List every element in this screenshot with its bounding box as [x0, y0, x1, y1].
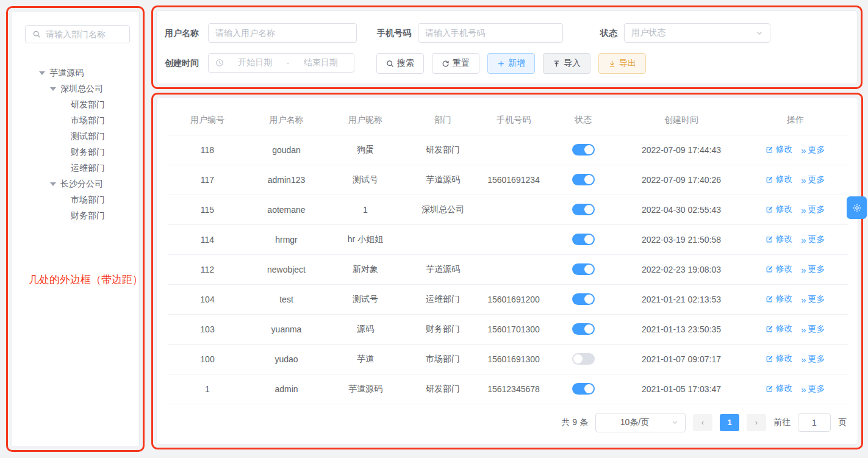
more-link-label: 更多 [808, 145, 825, 156]
double-chevron-right-icon: » [801, 235, 805, 245]
reset-button-label: 重置 [453, 58, 470, 69]
more-link[interactable]: » 更多 [801, 354, 825, 365]
cell-mobile [481, 224, 547, 254]
edit-link[interactable]: 修改 [766, 383, 792, 394]
edit-link[interactable]: 修改 [766, 323, 792, 334]
more-link-label: 更多 [808, 294, 825, 305]
date-end-placeholder: 结束日期 [294, 57, 347, 68]
edit-link-label: 修改 [775, 234, 792, 245]
status-toggle[interactable] [572, 293, 595, 305]
cell-user-id: 104 [168, 284, 247, 314]
edit-link-label: 修改 [775, 263, 792, 274]
tree-node-label: 研发部门 [71, 99, 105, 110]
export-button[interactable]: 导出 [598, 53, 646, 74]
edit-link[interactable]: 修改 [766, 293, 792, 304]
username-input[interactable] [208, 23, 357, 43]
table-row: 115 aotemane 1 深圳总公司 2022-04-30 02:55:43… [168, 195, 848, 224]
settings-fab[interactable] [847, 196, 867, 219]
tree-node[interactable]: 芋道源码 [12, 65, 139, 81]
cell-dept [405, 224, 481, 254]
goto-page-input[interactable] [798, 413, 831, 432]
dept-search-input[interactable] [25, 25, 130, 43]
cell-mobile: 15612345678 [481, 374, 547, 404]
tree-node[interactable]: 测试部门 [12, 129, 139, 145]
edit-icon [766, 295, 773, 303]
tree-node[interactable]: 市场部门 [12, 192, 139, 208]
edit-link[interactable]: 修改 [766, 234, 792, 245]
more-link[interactable]: » 更多 [801, 294, 825, 305]
edit-icon [766, 235, 773, 243]
tree-node-label: 长沙分公司 [60, 179, 103, 190]
more-link[interactable]: » 更多 [801, 204, 825, 215]
mobile-field[interactable] [425, 28, 556, 38]
more-link[interactable]: » 更多 [801, 174, 825, 185]
edit-icon [766, 206, 773, 213]
status-toggle[interactable] [572, 144, 595, 156]
page-1-button[interactable]: 1 [720, 414, 739, 431]
more-link[interactable]: » 更多 [801, 384, 825, 395]
status-toggle[interactable] [572, 174, 595, 185]
tree-node[interactable]: 长沙分公司 [12, 176, 139, 192]
cell-nickname: 新对象 [326, 254, 405, 284]
add-button[interactable]: 新增 [487, 53, 535, 74]
status-toggle[interactable] [572, 383, 595, 395]
status-toggle[interactable] [572, 353, 595, 365]
status-toggle[interactable] [572, 263, 595, 275]
dept-search-field[interactable] [46, 29, 123, 39]
edit-link[interactable]: 修改 [766, 144, 792, 155]
tree-node[interactable]: 财务部门 [12, 145, 139, 160]
pagination: 共 9 条 10条/页 ‹ 1 › 前往 页 [157, 413, 847, 432]
edit-link[interactable]: 修改 [766, 263, 792, 274]
edit-icon [766, 355, 773, 363]
tree-node[interactable]: 研发部门 [12, 97, 139, 113]
table-row: 104 test 测试号 运维部门 15601691200 2021-01-21… [168, 284, 848, 314]
import-button[interactable]: 导入 [543, 53, 590, 74]
more-link[interactable]: » 更多 [801, 234, 825, 245]
filter-buttons: 搜索 重置 新增 导入 导出 [376, 53, 646, 74]
tree-node-label: 财务部门 [71, 147, 105, 158]
reset-button[interactable]: 重置 [432, 53, 479, 74]
edit-link[interactable]: 修改 [766, 204, 792, 215]
cell-nickname: 芋道源码 [326, 374, 405, 404]
status-toggle[interactable] [572, 323, 595, 335]
cell-mobile: 15601701300 [481, 314, 547, 344]
cell-created: 2022-07-09 17:44:43 [620, 135, 743, 165]
cell-username: hrmgr [247, 224, 326, 254]
date-start-placeholder: 开始日期 [229, 57, 282, 68]
username-field[interactable] [215, 28, 350, 38]
cell-username: admin [247, 374, 326, 404]
status-toggle[interactable] [572, 234, 595, 245]
page-size-select[interactable]: 10条/页 [595, 413, 686, 432]
tree-node[interactable]: 深圳总公司 [12, 81, 139, 97]
next-page-button[interactable]: › [747, 414, 766, 431]
cell-username: newobject [247, 254, 326, 284]
mobile-input[interactable] [418, 23, 563, 43]
prev-page-button[interactable]: ‹ [693, 414, 712, 431]
edit-link[interactable]: 修改 [766, 353, 792, 364]
tree-node[interactable]: 运维部门 [12, 160, 139, 176]
more-link[interactable]: » 更多 [801, 324, 825, 335]
status-select[interactable]: 用户状态 [624, 23, 770, 43]
cell-user-id: 103 [168, 314, 247, 344]
cell-nickname: 测试号 [326, 284, 405, 314]
more-link[interactable]: » 更多 [801, 264, 825, 275]
user-table: 用户编号 用户名称 用户昵称 部门 手机号码 状态 创建时间 操作 118 go… [168, 106, 848, 404]
cell-nickname: 狗蛋 [326, 135, 405, 165]
search-button[interactable]: 搜索 [376, 53, 424, 74]
edit-icon [766, 265, 773, 273]
double-chevron-right-icon: » [801, 146, 805, 155]
clock-icon [215, 59, 224, 67]
date-range-input[interactable]: 开始日期 - 结束日期 [208, 53, 354, 73]
edit-icon [766, 146, 773, 154]
double-chevron-right-icon: » [801, 206, 805, 215]
create-time-label: 创建时间 [165, 53, 199, 73]
more-link-label: 更多 [808, 174, 825, 185]
edit-link[interactable]: 修改 [766, 174, 792, 185]
tree-node[interactable]: 财务部门 [12, 208, 139, 224]
tree-node[interactable]: 市场部门 [12, 113, 139, 129]
tree-node-label: 财务部门 [71, 210, 105, 221]
more-link[interactable]: » 更多 [801, 145, 825, 156]
cell-user-id: 117 [168, 165, 247, 195]
dept-tree: 芋道源码 深圳总公司 研发部门 市场部门 测试部门 财务部门 运维部门 长沙分公… [12, 65, 139, 224]
status-toggle[interactable] [572, 204, 595, 215]
